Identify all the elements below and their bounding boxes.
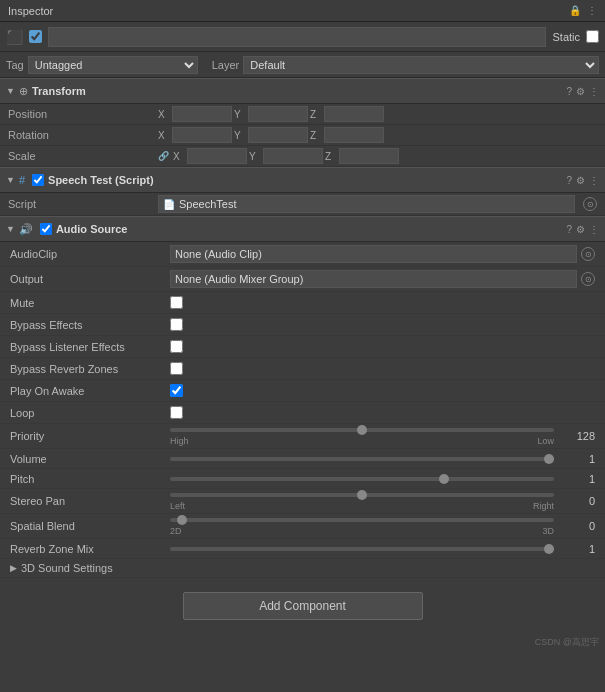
menu-icon[interactable]: ⋮ [587, 5, 597, 16]
script-help-icon[interactable]: ? [566, 175, 572, 186]
priority-slider[interactable] [170, 428, 554, 432]
audio-section-header[interactable]: ▼ 🔊 Audio Source ? ⚙ ⋮ [0, 216, 605, 242]
transform-icon: ⊕ [19, 85, 28, 98]
audio-menu-icon[interactable]: ⋮ [589, 224, 599, 235]
pitch-slider-container [170, 477, 554, 481]
mute-checkbox[interactable] [170, 296, 183, 309]
sound-3d-label: 3D Sound Settings [21, 562, 113, 574]
bypass-listener-checkbox[interactable] [170, 340, 183, 353]
priority-row: Priority High Low 128 [0, 424, 605, 449]
script-hash-icon: # [19, 174, 25, 186]
pos-z-input[interactable]: 0 [324, 106, 384, 122]
audio-title: Audio Source [56, 223, 563, 235]
panel-title: Inspector [8, 5, 53, 17]
sound-3d-row[interactable]: ▶ 3D Sound Settings [0, 559, 605, 578]
rotation-row: Rotation X 0 Y 0 Z 0 [0, 125, 605, 146]
audio-help-icon[interactable]: ? [566, 224, 572, 235]
mute-label: Mute [10, 297, 170, 309]
scale-z-label: Z [325, 151, 337, 162]
transform-section-header[interactable]: ▼ ⊕ Transform ? ⚙ ⋮ [0, 78, 605, 104]
script-settings-icon[interactable]: ⚙ [576, 175, 585, 186]
lock-icon[interactable]: 🔒 [569, 5, 581, 16]
play-on-awake-checkbox[interactable] [170, 384, 183, 397]
stereo-pan-row: Stereo Pan Left Right 0 [0, 489, 605, 514]
stereo-pan-slider[interactable] [170, 493, 554, 497]
bypass-listener-row: Bypass Listener Effects [0, 336, 605, 358]
tag-layer-row: Tag Untagged Layer Default [0, 52, 605, 78]
static-checkbox[interactable] [586, 30, 599, 43]
add-component-button[interactable]: Add Component [183, 592, 423, 620]
pitch-value: 1 [560, 473, 595, 485]
rot-y-label: Y [234, 130, 246, 141]
script-row: Script 📄 SpeechTest ⊙ [0, 193, 605, 216]
tag-label: Tag [6, 59, 24, 71]
loop-row: Loop [0, 402, 605, 424]
stereo-pan-value: 0 [560, 495, 595, 507]
audioclip-label: AudioClip [10, 248, 170, 260]
priority-left-label: High [170, 436, 189, 446]
output-dropdown[interactable]: None (Audio Mixer Group) [170, 270, 577, 288]
reverb-slider-container [170, 547, 554, 551]
script-enabled-checkbox[interactable] [32, 174, 44, 186]
script-section-header[interactable]: ▼ # Speech Test (Script) ? ⚙ ⋮ [0, 167, 605, 193]
position-value: X 0 Y 0 Z 0 [158, 106, 597, 122]
position-row: Position X 0 Y 0 Z 0 [0, 104, 605, 125]
script-menu-icon[interactable]: ⋮ [589, 175, 599, 186]
rot-x-input[interactable]: 0 [172, 127, 232, 143]
pos-x-input[interactable]: 0 [172, 106, 232, 122]
audioclip-select-icon[interactable]: ⊙ [581, 247, 595, 261]
play-on-awake-value [170, 384, 595, 397]
transform-settings-icon[interactable]: ⚙ [576, 86, 585, 97]
transform-title: Transform [32, 85, 563, 97]
pos-y-input[interactable]: 0 [248, 106, 308, 122]
loop-checkbox[interactable] [170, 406, 183, 419]
priority-value: 128 [560, 430, 595, 442]
script-select-icon[interactable]: ⊙ [583, 197, 597, 211]
bypass-reverb-value [170, 362, 595, 375]
transform-menu-icon[interactable]: ⋮ [589, 86, 599, 97]
scale-value: 🔗 X 1 Y 1 Z 1 [158, 148, 597, 164]
stereo-pan-slider-area: Left Right [170, 491, 554, 511]
gameobject-name-field[interactable]: SpeechTest [48, 27, 546, 47]
inspector-panel: Inspector 🔒 ⋮ ⬛ SpeechTest Static Tag Un… [0, 0, 605, 692]
rot-y-input[interactable]: 0 [248, 127, 308, 143]
scale-z-input[interactable]: 1 [339, 148, 399, 164]
output-select-icon[interactable]: ⊙ [581, 272, 595, 286]
script-properties: Script 📄 SpeechTest ⊙ [0, 193, 605, 216]
rot-z-input[interactable]: 0 [324, 127, 384, 143]
scale-y-label: Y [249, 151, 261, 162]
spatial-blend-slider[interactable] [170, 518, 554, 522]
stereo-left-label: Left [170, 501, 185, 511]
layer-select[interactable]: Default [243, 56, 599, 74]
rot-z-label: Z [310, 130, 322, 141]
rot-x-label: X [158, 130, 170, 141]
spatial-blend-slider-area: 2D 3D [170, 516, 554, 536]
priority-label: Priority [10, 430, 170, 442]
transform-properties: Position X 0 Y 0 Z 0 Rotation X 0 Y 0 Z … [0, 104, 605, 167]
reverb-slider[interactable] [170, 547, 554, 551]
rotation-label: Rotation [8, 129, 158, 141]
audioclip-text: None (Audio Clip) [175, 248, 262, 260]
priority-right-label: Low [537, 436, 554, 446]
volume-slider[interactable] [170, 457, 554, 461]
gameobject-active-checkbox[interactable] [29, 30, 42, 43]
pos-x-label: X [158, 109, 170, 120]
stereo-pan-label: Stereo Pan [10, 495, 170, 507]
tag-select[interactable]: Untagged [28, 56, 198, 74]
position-label: Position [8, 108, 158, 120]
script-arrow-icon: ▼ [6, 175, 15, 185]
pitch-row: Pitch 1 [0, 469, 605, 489]
audioclip-dropdown[interactable]: None (Audio Clip) [170, 245, 577, 263]
bypass-effects-checkbox[interactable] [170, 318, 183, 331]
pitch-slider[interactable] [170, 477, 554, 481]
scale-y-input[interactable]: 1 [263, 148, 323, 164]
audio-enabled-checkbox[interactable] [40, 223, 52, 235]
bypass-reverb-checkbox[interactable] [170, 362, 183, 375]
scale-x-input[interactable]: 1 [187, 148, 247, 164]
stereo-right-label: Right [533, 501, 554, 511]
transform-help-icon[interactable]: ? [566, 86, 572, 97]
audio-settings-icon[interactable]: ⚙ [576, 224, 585, 235]
panel-header: Inspector 🔒 ⋮ [0, 0, 605, 22]
spatial-blend-row: Spatial Blend 2D 3D 0 [0, 514, 605, 539]
gameobject-icon: ⬛ [6, 29, 23, 45]
